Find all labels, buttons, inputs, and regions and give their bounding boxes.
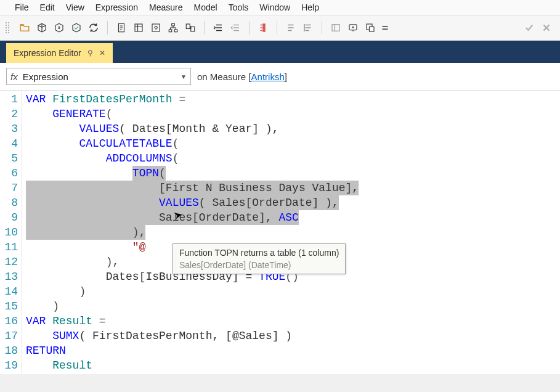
line-number: 16 bbox=[0, 314, 18, 329]
tooltip-box-icon[interactable] bbox=[344, 19, 362, 36]
code-tree-icon[interactable] bbox=[254, 19, 272, 36]
svg-rect-7 bbox=[191, 27, 195, 32]
toolbar-grip-icon bbox=[5, 22, 10, 34]
code-line: TOPN( bbox=[26, 166, 359, 181]
page-columns-icon[interactable] bbox=[130, 19, 147, 36]
page-popup-icon[interactable] bbox=[362, 19, 379, 36]
toolbar-separator bbox=[322, 21, 322, 35]
check-icon[interactable] bbox=[521, 19, 538, 36]
cube-check-icon[interactable] bbox=[68, 19, 85, 36]
line-number: 8 bbox=[0, 195, 18, 210]
menu-window[interactable]: Window bbox=[259, 2, 290, 12]
svg-rect-4 bbox=[169, 30, 172, 32]
code-line: VALUES( Dates[Month & Year] ), bbox=[26, 121, 359, 136]
menu-file[interactable]: File bbox=[15, 2, 29, 12]
line-number: 18 bbox=[0, 343, 18, 358]
toolbar-separator bbox=[204, 21, 205, 35]
page-connect-icon[interactable] bbox=[182, 19, 199, 36]
line-number: 17 bbox=[0, 329, 18, 343]
svg-rect-9 bbox=[263, 27, 265, 29]
code-line: ), bbox=[26, 225, 359, 240]
property-dropdown[interactable]: fx Expression ▼ bbox=[6, 68, 191, 85]
intellisense-tooltip: Function TOPN returns a table (1 column)… bbox=[172, 243, 346, 274]
expression-context-row: fx Expression ▼ on Measure [Antriksh] bbox=[0, 63, 560, 91]
line-number: 10 bbox=[0, 225, 18, 240]
line-number: 4 bbox=[0, 136, 18, 151]
close-tab-icon[interactable]: ✕ bbox=[99, 49, 105, 57]
uncomment-icon[interactable] bbox=[282, 19, 299, 36]
menu-edit[interactable]: Edit bbox=[40, 2, 55, 12]
svg-rect-6 bbox=[186, 24, 190, 29]
context-label: on Measure [Antriksh] bbox=[197, 71, 287, 82]
page-refresh-icon[interactable] bbox=[147, 19, 164, 36]
line-number: 11 bbox=[0, 240, 18, 255]
tab-title: Expression Editor bbox=[14, 48, 81, 58]
tab-expression-editor[interactable]: Expression Editor ⚲ ✕ bbox=[6, 43, 113, 63]
svg-rect-5 bbox=[174, 30, 177, 32]
comment-icon[interactable] bbox=[299, 19, 317, 36]
code-line: ) bbox=[26, 284, 359, 299]
code-line: ADDCOLUMNS( bbox=[26, 151, 359, 166]
code-area[interactable]: VAR FirstDatesPerMonth = GENERATE( VALUE… bbox=[22, 91, 359, 374]
line-number: 19 bbox=[0, 358, 18, 373]
small-bars-icon[interactable] bbox=[379, 19, 391, 36]
line-number: 12 bbox=[0, 255, 18, 269]
hierarchy-icon[interactable] bbox=[164, 19, 182, 36]
menu-measure[interactable]: Measure bbox=[149, 2, 182, 12]
close-x-icon[interactable] bbox=[538, 19, 555, 36]
cube-in-icon[interactable] bbox=[33, 19, 51, 36]
code-line: VALUES( Sales[OrderDate] ), bbox=[26, 195, 359, 210]
pin-icon[interactable]: ⚲ bbox=[87, 49, 93, 57]
svg-rect-11 bbox=[332, 25, 339, 31]
line-number: 5 bbox=[0, 151, 18, 166]
toolbar bbox=[0, 15, 560, 41]
menu-view[interactable]: View bbox=[66, 2, 84, 12]
svg-rect-2 bbox=[152, 24, 160, 31]
tooltip-title: Function TOPN returns a table (1 column) bbox=[179, 247, 339, 259]
dropdown-value: Expression bbox=[23, 71, 181, 82]
svg-rect-10 bbox=[263, 30, 265, 31]
line-number: 14 bbox=[0, 284, 18, 299]
tooltip-detail: Sales[OrderDate] (DateTime) bbox=[179, 259, 339, 271]
code-line: [First N Business Days Value], bbox=[26, 181, 359, 195]
menu-model[interactable]: Model bbox=[194, 2, 217, 12]
line-number: 2 bbox=[0, 107, 18, 121]
folder-open-icon[interactable] bbox=[16, 19, 33, 36]
menu-expression[interactable]: Expression bbox=[95, 2, 138, 12]
document-tabs-bar: Expression Editor ⚲ ✕ bbox=[0, 41, 560, 63]
menu-help[interactable]: Help bbox=[301, 2, 319, 12]
fx-icon: fx bbox=[10, 71, 18, 82]
svg-rect-8 bbox=[263, 24, 265, 26]
chevron-down-icon[interactable]: ▼ bbox=[181, 73, 187, 80]
line-number: 6 bbox=[0, 166, 18, 181]
toolbar-separator bbox=[107, 21, 108, 35]
indent-icon[interactable] bbox=[209, 19, 227, 36]
line-gutter: 12345678910111213141516171819 bbox=[0, 91, 22, 374]
line-number: 7 bbox=[0, 181, 18, 195]
code-line: CALCULATETABLE( bbox=[26, 136, 359, 151]
refresh-icon[interactable] bbox=[85, 19, 102, 36]
code-line: RETURN bbox=[26, 343, 359, 358]
code-line: VAR FirstDatesPerMonth = bbox=[26, 92, 359, 107]
cube-down-icon[interactable] bbox=[51, 19, 68, 36]
code-line: Result bbox=[26, 358, 359, 373]
code-line: GENERATE( bbox=[26, 107, 359, 121]
menu-tools[interactable]: Tools bbox=[229, 2, 249, 12]
menu-bar: File Edit View Expression Measure Model … bbox=[0, 0, 560, 15]
svg-rect-3 bbox=[172, 23, 175, 26]
measure-link[interactable]: Antriksh bbox=[251, 71, 285, 82]
outdent-icon[interactable] bbox=[227, 19, 244, 36]
code-editor[interactable]: 12345678910111213141516171819 VAR FirstD… bbox=[0, 91, 560, 374]
code-line: VAR Result = bbox=[26, 314, 359, 329]
svg-rect-15 bbox=[370, 27, 375, 32]
line-number: 15 bbox=[0, 299, 18, 314]
prev-panel-icon[interactable] bbox=[327, 19, 344, 36]
svg-rect-1 bbox=[135, 24, 142, 31]
toolbar-separator bbox=[277, 21, 277, 35]
line-number: 3 bbox=[0, 121, 18, 136]
line-number: 1 bbox=[0, 92, 18, 107]
document-icon[interactable] bbox=[113, 19, 130, 36]
line-number: 9 bbox=[0, 210, 18, 225]
line-number: 13 bbox=[0, 269, 18, 284]
toolbar-separator bbox=[249, 21, 250, 35]
